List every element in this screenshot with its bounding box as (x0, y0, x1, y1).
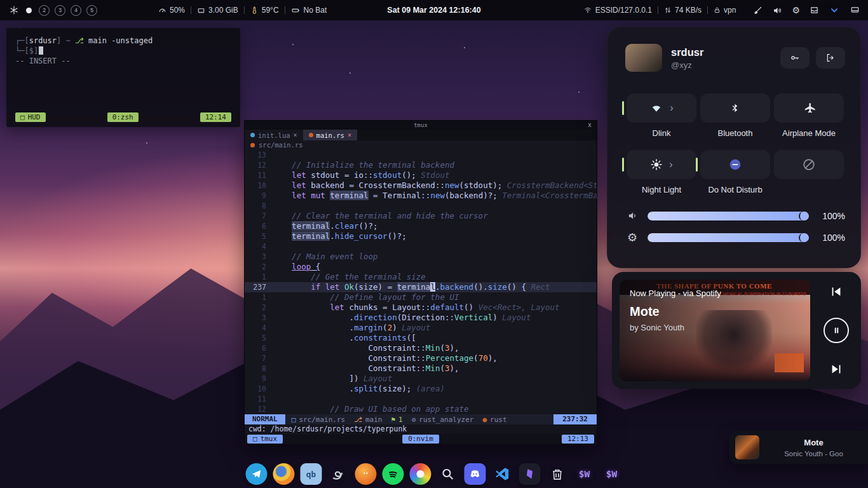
clock[interactable]: Sat 09 Mar 2024 12:16:40 (387, 6, 480, 15)
dock-qutebrowser-icon[interactable]: qb (300, 463, 323, 485)
battery-icon (291, 6, 301, 15)
workspace-5[interactable]: 5 (86, 5, 97, 16)
prompt-close: ] ~ (57, 36, 75, 45)
hud-widget[interactable]: □HUD (15, 112, 46, 122)
code-line: 10 .split(size); (area) (245, 384, 597, 394)
tmux-window-zsh[interactable]: 0:zsh (107, 112, 139, 122)
session-label: tmux (261, 435, 278, 444)
workspace-area: 2345 (0, 5, 97, 16)
logout-button[interactable] (816, 47, 845, 69)
system-tray: ⚙ (753, 6, 860, 15)
paintbrush-icon[interactable] (753, 6, 763, 15)
battery-stat: No Bat (291, 6, 327, 15)
track-artist: by Sonic Youth (630, 323, 721, 332)
code-line: 1 // Get the terminal size (245, 272, 597, 282)
separator (658, 6, 658, 14)
code-line: 6 terminal.clear()?; (245, 221, 597, 231)
notification-subtitle: Sonic Youth - Goo (766, 450, 862, 458)
toggle-label: Do Not Disturb (708, 185, 762, 195)
tmux-status-bar: □HUD 0:zsh 12:14 (15, 112, 231, 122)
panel-toggle-chevron-icon[interactable] (829, 6, 840, 15)
volume-slider[interactable] (648, 212, 809, 220)
avatar (625, 44, 662, 72)
dock-swirl-app-icon[interactable] (327, 463, 350, 485)
code-line: 8 (245, 201, 597, 211)
workspace-3[interactable]: 3 (55, 5, 65, 16)
code-line: 5 terminal.hide_cursor()?; (245, 231, 597, 241)
toggle-do-not-disturb[interactable] (700, 150, 770, 179)
window-close-button[interactable]: x (588, 121, 592, 130)
night-light-icon (650, 158, 663, 171)
code-editor[interactable]: 1312 // Initialize the terminal backend1… (245, 150, 597, 414)
pause-button[interactable] (824, 318, 849, 343)
tab-main-rs[interactable]: main.rs × (303, 130, 357, 140)
dock-spotify-icon[interactable] (382, 463, 405, 485)
rust-file-icon (250, 143, 255, 147)
dock-dollar-w-icon[interactable]: $W (573, 463, 596, 485)
tmux-status-bar: □tmux 0:nvim 12:13 (245, 434, 597, 444)
dock-orange-app-icon[interactable] (355, 463, 377, 485)
tab-label: init.lua (258, 132, 290, 139)
distro-logo-icon[interactable] (9, 5, 19, 15)
dock-photos-icon[interactable] (409, 463, 432, 485)
prompt-user: srdusr (29, 36, 57, 45)
control-center-panel: srdusr @xyz ›DlinkBluetoothAirplane Mode… (607, 27, 861, 268)
toggle-bluetooth[interactable] (700, 93, 770, 123)
tab-close-button[interactable]: × (348, 132, 351, 139)
next-track-button[interactable] (829, 362, 843, 376)
slider-thumb[interactable] (799, 233, 809, 242)
wifi-stat[interactable]: ESSID/127.0.0.1 (583, 6, 652, 15)
terminal-window[interactable]: ┌─[srdusr] ~ ⎇ main -unstaged └─[$] -- I… (6, 28, 240, 127)
code-line: 1 // Define layout for the UI (245, 292, 597, 302)
toggle-blocked[interactable] (774, 150, 844, 179)
screen-layout-icon[interactable] (850, 6, 860, 15)
vim-mode-segment: NORMAL (245, 414, 285, 424)
toggle-night-light[interactable]: › (627, 150, 696, 179)
code-line: 9 ]) Layout (245, 374, 597, 384)
toggle-label: Dlink (653, 128, 671, 139)
dock-dollar-w-2-icon[interactable]: $W (600, 463, 623, 485)
statusline-item-rust: ●rust (482, 416, 506, 424)
settings-gear-icon[interactable]: ⚙ (792, 6, 800, 15)
workspace-active-dot[interactable] (26, 8, 32, 13)
password-key-button[interactable] (780, 47, 810, 69)
editor-window[interactable]: tmux x init.lua × main.rs × src/main.rs … (244, 120, 597, 443)
dock-firefox-icon[interactable] (273, 463, 295, 485)
window-icon: □ (253, 435, 257, 444)
vpn-stat[interactable]: vpn (714, 6, 736, 15)
volume-row: 100% (625, 210, 845, 221)
temp-stat: 59°C (250, 6, 279, 15)
minus-circle-icon (728, 158, 742, 172)
statusline-icon: ⚑ (391, 416, 395, 424)
speaker-icon[interactable] (772, 6, 782, 15)
dock-magnifier-icon[interactable] (437, 463, 459, 485)
brightness-slider[interactable] (648, 233, 809, 242)
tmux-session[interactable]: □tmux (247, 435, 283, 444)
code-line: 7 Constraint::Percentage(70), (245, 353, 597, 363)
tmux-window-nvim[interactable]: 0:nvim (402, 435, 439, 444)
slider-thumb[interactable] (799, 212, 809, 220)
workspace-2[interactable]: 2 (39, 5, 50, 16)
window-icon: □ (20, 112, 25, 122)
code-line: 9 let mut terminal = Terminal::new(backe… (245, 191, 597, 201)
media-notification[interactable]: Mote Sonic Youth - Goo (729, 431, 868, 464)
chevron-right-icon[interactable]: › (669, 159, 672, 170)
dock-vscode-icon[interactable] (491, 463, 514, 485)
toggle-dlink[interactable]: › (627, 93, 696, 123)
clipboard-tray-icon[interactable] (810, 6, 819, 15)
dock-telegram-icon[interactable] (245, 463, 268, 485)
chevron-right-icon[interactable]: › (670, 103, 673, 113)
dock-obsidian-icon[interactable] (519, 463, 541, 485)
battery-value: No Bat (304, 6, 327, 15)
previous-track-button[interactable] (829, 285, 843, 299)
workspace-4[interactable]: 4 (71, 5, 81, 16)
vi-mode-indicator: -- INSERT -- (15, 56, 231, 66)
buffer-tabbar: init.lua × main.rs × (245, 130, 597, 140)
active-indicator (622, 101, 624, 115)
tab-init-lua[interactable]: init.lua × (245, 130, 303, 140)
dock-trash-icon[interactable] (546, 463, 569, 485)
dock-discord-icon[interactable] (464, 463, 487, 485)
toggle-airplane[interactable] (774, 93, 844, 123)
ram-stat: 3.00 GiB (197, 6, 238, 15)
tab-close-button[interactable]: × (294, 132, 297, 139)
